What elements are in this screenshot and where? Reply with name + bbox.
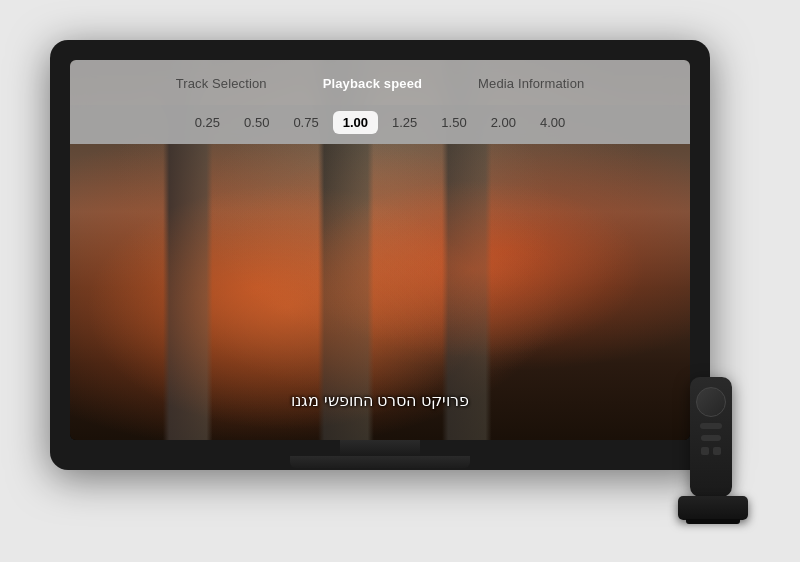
menu-panel: Track Selection Playback speed Media Inf…: [70, 60, 690, 144]
tab-playback-speed[interactable]: Playback speed: [295, 70, 450, 97]
speed-1.25[interactable]: 1.25: [382, 111, 427, 134]
tv-stand-base: [290, 456, 470, 468]
remote-vol-up[interactable]: [701, 447, 709, 455]
tab-media-information[interactable]: Media Information: [450, 70, 612, 97]
speed-1.50[interactable]: 1.50: [431, 111, 476, 134]
speed-options-row: 0.25 0.50 0.75 1.00 1.25 1.50 2.00 4.00: [70, 105, 690, 144]
speed-0.75[interactable]: 0.75: [283, 111, 328, 134]
tv-body: Track Selection Playback speed Media Inf…: [50, 40, 710, 470]
apple-tv-box: [678, 496, 748, 520]
speed-4.00[interactable]: 4.00: [530, 111, 575, 134]
tv-stand-neck: [340, 440, 420, 456]
tv-screen: Track Selection Playback speed Media Inf…: [70, 60, 690, 440]
apple-tv-remote: [690, 377, 732, 497]
speed-0.50[interactable]: 0.50: [234, 111, 279, 134]
scene: Track Selection Playback speed Media Inf…: [0, 0, 800, 562]
remote-touchpad[interactable]: [696, 387, 726, 417]
tab-track-selection[interactable]: Track Selection: [148, 70, 295, 97]
subtitle-text: פרויקט הסרט החופשי מגנו: [70, 391, 690, 410]
remote-menu-button[interactable]: [700, 423, 722, 429]
speed-1.00[interactable]: 1.00: [333, 111, 378, 134]
remote-vol-down[interactable]: [713, 447, 721, 455]
speed-2.00[interactable]: 2.00: [481, 111, 526, 134]
menu-tabs: Track Selection Playback speed Media Inf…: [70, 60, 690, 105]
remote-play-button[interactable]: [701, 435, 721, 441]
apple-tv-box-bottom: [686, 519, 740, 524]
speed-0.25[interactable]: 0.25: [185, 111, 230, 134]
remote-volume-area: [701, 447, 721, 455]
